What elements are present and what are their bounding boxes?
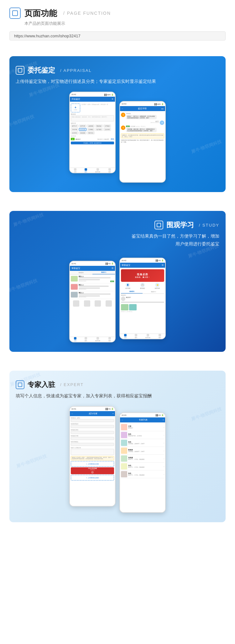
expert-back-arrow[interactable]: ← <box>71 413 73 415</box>
tip-box: 温馨提示：此次藏品有些许疑，建议您也亲自鉴别自身实物和先克克交流鉴定，谢先上！享… <box>121 133 164 138</box>
expert-header: 专家入驻 / EXPERT <box>16 380 219 389</box>
cat-现代文化[interactable]: 现代文化 <box>87 131 95 134</box>
nav-expert[interactable]: 推荐专家 <box>95 168 100 173</box>
tab2-study[interactable]: 围观学习 <box>143 290 164 293</box>
upload-back[interactable]: + 上传身份证反面 <box>71 475 114 480</box>
expert-p2-back-arrow[interactable]: ← <box>122 419 123 421</box>
study-nav-entrust[interactable]: 委托 <box>85 337 87 341</box>
back-arrow[interactable]: ← <box>122 108 123 110</box>
study-nav-expert[interactable]: 推荐专家 <box>95 337 100 341</box>
expert-phones: 10:41 ▐▐ 4G 🔋 ← 成为专家 • 您的姓名（必填） 您的联系电话 <box>16 406 219 513</box>
tab-study[interactable]: 围观学习 <box>92 271 115 274</box>
tab-latest[interactable]: 最新委托 <box>70 271 92 274</box>
upload-hint: 宝贝图片 <box>74 109 77 110</box>
study-p2-nav-mine[interactable]: 我的 <box>159 334 161 338</box>
field-5[interactable] <box>71 443 114 446</box>
expert-phone2-signal: ▐▐ 4G 🔋 <box>155 414 164 416</box>
cat-钱币印章[interactable]: 钱币印章 <box>79 125 86 127</box>
main-icon-inner <box>12 10 18 16</box>
study-nav-mine[interactable]: 我的 <box>108 337 111 341</box>
upload-front[interactable]: + 上传身份证正面 <box>71 461 114 467</box>
cat-古币钱具[interactable]: 古币钱具 <box>103 125 111 127</box>
bottom-icons <box>71 300 114 307</box>
field-1[interactable] <box>71 419 114 422</box>
item2-user: 藏品人上 <box>79 284 114 286</box>
field-2[interactable] <box>71 425 114 428</box>
cat-老老老器[interactable]: 老老老器 <box>79 131 86 134</box>
page-title-en: / PAGE FUNCTION <box>63 11 111 16</box>
expert-item-5[interactable]: 吴高填 银饰手工，古书法，陶瓷雕塑 › <box>121 455 164 463</box>
p2-item1-content: 藏品用户 新鲜热辣 马上进行委托鉴定 <box>121 297 164 312</box>
field-4[interactable] <box>71 437 114 440</box>
cat-名石奇石[interactable]: 名石奇石 <box>71 131 78 134</box>
study-item-3[interactable]: 藏品人上 2020-03-03 09:14 <box>71 292 114 299</box>
study-p2-nav-home[interactable]: 主页 <box>124 334 127 338</box>
nav-home-icon <box>74 168 76 171</box>
expert-item-7[interactable]: 佚名 银饰手工，古书法，陶瓷雕塑 › <box>121 470 164 478</box>
study-item-1[interactable]: 藏品人上 2020-03-05 20:03 真品 <box>71 276 114 283</box>
appraisal-header: 委托鉴定 / APPRAISAL <box>16 66 219 75</box>
nav-home-label: 主页 <box>74 171 76 173</box>
submit-btn[interactable]: 开始鉴定，您同意 鉴定服务协议 <box>71 142 114 144</box>
p2-user: 藏品用户 <box>126 297 131 301</box>
cat-entrust[interactable]: 📋 委托鉴宝 <box>140 283 145 289</box>
study-nav-entrust-icon <box>85 337 87 340</box>
cat-古玩字画[interactable]: 古玩字画 <box>71 128 78 131</box>
tab2-latest[interactable]: 最新委托 <box>121 290 143 293</box>
item3-text: 藏品人上 2020-03-03 09:14 <box>79 292 114 298</box>
expert-phone2-header-label: 专家列表 <box>139 418 148 421</box>
expert-desc-2: 陶瓷粉彩书里，玉石珠宝 <box>128 435 163 437</box>
expert-desc-5: 银饰手工，古书法，陶瓷雕塑 <box>128 459 163 460</box>
cat-文具藏品[interactable]: 文具藏品 <box>87 128 95 131</box>
expert-phone1-content: 您的姓名（必填） 您的联系电话 您的鉴宝类别 您的鉴宝年限 您的详细地址 您的个… <box>70 416 115 506</box>
payment-note: 每次支付一次鉴定费 <box>97 138 109 140</box>
cat-金元玉器[interactable]: 金元玉器 <box>79 128 86 131</box>
expert-item-6[interactable]: 佚名 银饰手工，古书法，陶瓷雕塑 › <box>121 463 164 470</box>
expert-item-1[interactable]: 王英 银饰钗片 › <box>121 423 164 431</box>
expert-phone1-header: ← 成为专家 • <box>70 411 115 416</box>
expert-phone1-time: 10:41 <box>71 408 76 410</box>
expert-info-1: 王英 银饰钗片 <box>128 425 163 429</box>
upload-area[interactable]: + 宝贝图片 宝贝图片（必填）支持jpg/png等，请专业多一些 <box>71 104 114 112</box>
expert-avatar-3 <box>121 440 127 446</box>
study-nav-home[interactable]: 主页 <box>74 337 76 341</box>
study-p2-nav-entrust[interactable]: 委托 <box>135 334 137 338</box>
cat-邮币卡片[interactable]: 邮币卡片 <box>71 125 78 127</box>
result-expert-name: 玉石专家 <box>130 126 135 127</box>
expert-desc-4: 金银铜器，金银钱币，古钱币 <box>128 451 163 452</box>
study-inner: 犀牛·物联网科技 犀牛·物联网科技 犀牛·物联网科技 围观学习 / STUDY … <box>9 211 226 352</box>
study-p2-nav-home-label: 主页 <box>124 337 127 338</box>
cat-金银铜器[interactable]: 金银铜器 <box>87 125 95 127</box>
study-title-en: / STUDY <box>199 223 219 228</box>
result-desc: 专家讲解：藏品15枚，图片太少，请重新拍照在主页点查直接传统客报再做进一步研判吧… <box>126 128 157 132</box>
expert-item-3[interactable]: 佚名 金银铜器，金银钱币，古钱币 › <box>121 439 164 447</box>
expert-msg: 专 专家鉴定 跟您好！，图片太少，请重新拍照，在主页点查报直接传输客报再做进一步… <box>121 113 164 120</box>
cat-recommend[interactable]: ⭐ 推荐专家 <box>155 283 160 289</box>
appraisal-phones: 10:41 ▐▐ WiFi 🔋 开始鉴定 ✕ + 宝贝图片 <box>16 92 219 183</box>
banner-content: 抵食必胜 拍拍拍、赢大奖！ <box>135 273 150 278</box>
field-3[interactable] <box>71 431 114 434</box>
study-phone1-app: 掌眼鉴宝 <box>71 267 80 270</box>
expert-item-2[interactable]: 佚名 陶瓷粉彩书里，玉石珠宝 › <box>121 431 164 439</box>
expert-title: 专家入驻 <box>28 380 55 389</box>
expert-item-4[interactable]: 陈海涛 金银铜器，金银钱币，古钱币 › <box>121 447 164 455</box>
cat-陶瓷美妙[interactable]: 陶瓷美妙 <box>95 125 103 127</box>
study-p2-nav-expert[interactable]: 推荐专家 <box>145 334 150 338</box>
study-item-2[interactable]: 藏品人上 2020-03-04 09:14 <box>71 284 114 291</box>
nav-home[interactable]: 主页 <box>74 168 76 173</box>
expert-desc-1: 银饰钗片 <box>128 427 163 429</box>
nav-entrust[interactable]: 委托 <box>85 168 87 173</box>
desc-field[interactable]: 请输入藏品描述，包括名称、年代、材质等基本信息（限300字） <box>71 115 114 121</box>
field-6[interactable] <box>71 449 114 455</box>
cat-玉石木材[interactable]: 玉石木材 <box>103 128 111 131</box>
field-label-2: 您的联系电话 <box>71 423 114 425</box>
study-p2-item-1[interactable]: 藏品用户 新鲜热辣 马上进行委托鉴定 <box>121 297 164 312</box>
appraisal-title: 委托鉴定 <box>28 66 55 75</box>
expert-inner: 犀牛·物联网科技 犀牛·物联网科技 犀牛·物联网科技 专家入驻 / EXPERT… <box>9 371 226 522</box>
appraisal-phone-1: 10:41 ▐▐ WiFi 🔋 开始鉴定 ✕ + 宝贝图片 <box>69 92 116 173</box>
nav-mine[interactable]: 我的 <box>108 168 111 173</box>
upload-box[interactable]: + 宝贝图片 <box>71 104 80 112</box>
cat-电子家具[interactable]: 电子家具 <box>95 128 103 131</box>
cat-become-expert[interactable]: 👤 成为专家 <box>125 283 130 289</box>
study-p2-nav-entrust-icon <box>135 334 137 336</box>
